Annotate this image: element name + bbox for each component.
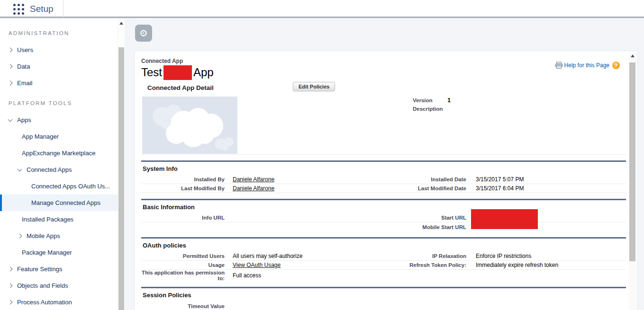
section-title: OAuth policies: [143, 242, 626, 249]
sidebar-item-feature-settings[interactable]: Feature Settings: [0, 261, 125, 277]
section-oauth-policies: OAuth policies Permitted Users All users…: [141, 237, 626, 281]
sidebar-item-data[interactable]: Data: [0, 58, 125, 75]
chevron-right-icon: [8, 64, 13, 69]
content-scrollbar[interactable]: [629, 52, 636, 310]
header-divider: [63, 0, 63, 18]
sidebar-scrollbar-thumb[interactable]: [118, 47, 124, 310]
help-block: Help for this Page ?: [555, 62, 620, 69]
sidebar-item-connected-apps-oauth-usage[interactable]: Connected Apps OAuth Us...: [0, 178, 125, 195]
connected-app-card: Help for this Page ? Connected App Test …: [134, 51, 637, 310]
view-oauth-usage-link[interactable]: View OAuth Usage: [233, 262, 281, 268]
sidebar-item-installed-packages[interactable]: Installed Packages: [0, 211, 125, 228]
sidebar-item-mobile-apps[interactable]: Mobile Apps: [0, 228, 125, 244]
app-launcher-icon[interactable]: [13, 4, 25, 15]
scroll-up-icon[interactable]: [631, 54, 635, 57]
version-value: 1: [447, 97, 451, 104]
divider: [141, 154, 626, 155]
sidebar-item-process-automation[interactable]: Process Automation: [0, 294, 125, 310]
main-content: ⚙ Help for this Page ? Connected App Tes…: [125, 19, 644, 310]
section-bar: [141, 287, 626, 288]
chevron-down-icon: [18, 167, 22, 171]
detail-row-timeout-value: Timeout Value: [141, 301, 626, 310]
chevron-right-icon: [8, 300, 13, 305]
chevron-right-icon: [8, 81, 13, 86]
app-title: Setup: [30, 0, 54, 18]
detail-row-last-modified-by: Last Modified By Daniele Alfarone Last M…: [141, 184, 626, 193]
detail-row-mobile-start-url: Mobile Start URL: [141, 222, 626, 231]
connected-app-logo: [142, 97, 237, 154]
chevron-right-icon: [8, 48, 13, 53]
help-for-this-page-link[interactable]: Help for this Page: [564, 62, 609, 69]
detail-row-info-url: Info URL Start URL: [141, 213, 626, 222]
section-title: Session Policies: [143, 292, 626, 299]
section-system-info: System Info Installed By Daniele Alfaron…: [141, 160, 626, 193]
section-session-policies: Session Policies Timeout Value: [141, 287, 626, 310]
help-icon[interactable]: ?: [612, 62, 620, 69]
detail-row-usage: Usage View OAuth Usage Refresh Token Pol…: [141, 261, 626, 270]
section-bar: [141, 199, 626, 200]
top-header: Setup: [0, 0, 644, 18]
content-scrollbar-thumb[interactable]: [629, 62, 635, 261]
section-bar: [141, 237, 626, 239]
installed-by-link[interactable]: Daniele Alfarone: [233, 176, 274, 183]
version-block: Version 1 Description: [413, 97, 451, 114]
sidebar-scrollbar[interactable]: [118, 19, 125, 310]
section-basic-information: Basic Information Info URL Start URL Mob…: [141, 199, 626, 231]
sidebar-item-connected-apps[interactable]: Connected Apps: [0, 161, 125, 178]
sidebar-item-package-manager[interactable]: Package Manager: [0, 244, 125, 261]
detail-row-permitted-users: Permitted Users All users may self-autho…: [141, 252, 626, 261]
sidebar-section-platform-tools: PLATFORM TOOLS: [0, 95, 125, 112]
gear-icon[interactable]: ⚙: [135, 25, 152, 42]
sidebar-section-administration: ADMINISTRATION: [0, 25, 125, 42]
detail-section-heading: Connected App Detail: [147, 84, 214, 91]
sidebar-item-apps[interactable]: Apps: [0, 112, 125, 128]
description-label: Description: [413, 106, 446, 112]
chevron-right-icon: [18, 234, 22, 239]
sidebar-item-email[interactable]: Email: [0, 75, 125, 91]
section-title: System Info: [143, 165, 626, 172]
setup-sidebar: ADMINISTRATION Users Data Email PLATFORM…: [0, 19, 125, 310]
detail-row-permission: This application has permission to: Full…: [141, 270, 626, 281]
redaction-box: [471, 209, 538, 229]
detail-row-installed-by: Installed By Daniele Alfarone Installed …: [141, 175, 626, 184]
sidebar-item-app-manager[interactable]: App Manager: [0, 128, 125, 145]
section-title: Basic Information: [143, 204, 626, 211]
edit-policies-button[interactable]: Edit Policies: [293, 82, 335, 91]
sidebar-item-manage-connected-apps[interactable]: Manage Connected Apps: [0, 195, 125, 211]
sidebar-item-objects-and-fields[interactable]: Objects and Fields: [0, 277, 125, 294]
chevron-right-icon: [8, 267, 13, 272]
chevron-down-icon: [8, 117, 13, 122]
scroll-up-icon[interactable]: [119, 22, 123, 25]
printer-icon[interactable]: [555, 62, 563, 69]
chevron-right-icon: [8, 283, 13, 288]
sidebar-item-users[interactable]: Users: [0, 42, 125, 58]
redaction-box: [163, 65, 192, 80]
section-bar: [141, 160, 626, 162]
sidebar-item-appexchange-marketplace[interactable]: AppExchange Marketplace: [0, 145, 125, 161]
last-modified-by-link[interactable]: Daniele Alfarone: [233, 185, 274, 192]
version-label: Version: [413, 97, 446, 103]
